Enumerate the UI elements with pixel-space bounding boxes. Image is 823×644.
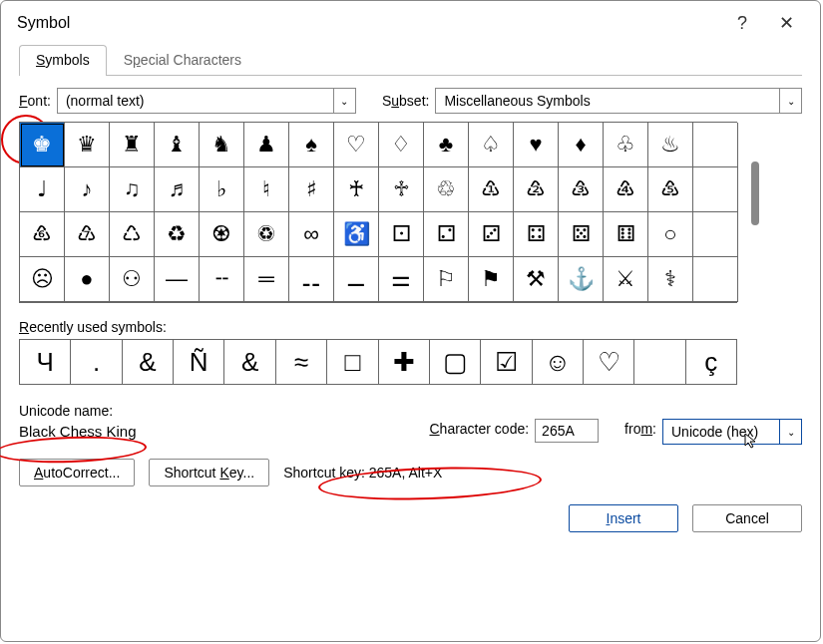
symbol-cell[interactable]: ⚒ [514, 257, 559, 302]
symbol-cell[interactable]: ♭ [200, 167, 244, 212]
subset-select[interactable]: Miscellaneous Symbols ⌄ [435, 88, 802, 114]
symbol-cell[interactable]: ♞ [200, 123, 244, 167]
char-code-input[interactable]: 265A [535, 419, 599, 443]
symbol-cell[interactable]: ⚀ [379, 212, 424, 257]
symbol-cell[interactable]: ♢ [379, 123, 424, 167]
autocorrect-button[interactable]: AutoCorrect... [19, 459, 135, 486]
symbol-cell[interactable]: ♠ [289, 123, 334, 167]
symbol-cell[interactable]: ♼ [200, 212, 244, 257]
close-button[interactable]: ✕ [764, 9, 808, 37]
symbol-cell[interactable]: ♧ [604, 123, 648, 167]
recent-cell[interactable]: ▢ [430, 340, 481, 384]
symbol-cell[interactable]: ♿ [334, 212, 379, 257]
recent-cell[interactable]: ✚ [379, 340, 430, 384]
symbol-cell[interactable]: ♛ [65, 123, 110, 167]
recent-cell[interactable]: & [123, 340, 174, 384]
recent-cell[interactable]: ☑ [481, 340, 532, 384]
font-select[interactable]: (normal text) ⌄ [57, 88, 356, 114]
recent-cell[interactable]: Ñ [174, 340, 224, 384]
recent-cell[interactable]: . [71, 340, 122, 384]
tab-symbols[interactable]: Symbols [19, 45, 107, 76]
symbol-cell[interactable]: ♥ [514, 123, 559, 167]
symbol-cell[interactable]: ♜ [110, 123, 155, 167]
symbol-cell[interactable]: ● [65, 257, 110, 302]
symbol-cell[interactable]: ♩ [20, 167, 65, 212]
symbol-cell[interactable]: ♣ [424, 123, 469, 167]
symbol-cell[interactable]: ♚ [20, 123, 65, 167]
symbol-cell[interactable]: ♨ [648, 123, 693, 167]
recent-cell[interactable]: ♡ [584, 340, 634, 384]
symbol-cell[interactable]: ╌ [200, 257, 244, 302]
symbol-cell[interactable]: ♷ [648, 167, 693, 212]
char-code-label: Character code: [429, 421, 529, 437]
symbol-cell[interactable]: ♝ [155, 123, 200, 167]
symbol-cell[interactable]: ♱ [379, 167, 424, 212]
symbol-cell[interactable]: ♮ [244, 167, 289, 212]
symbol-cell[interactable]: ☹ [20, 257, 65, 302]
symbol-cell[interactable]: ♻ [155, 212, 200, 257]
symbol-cell[interactable]: ♳ [469, 167, 514, 212]
recent-cell[interactable]: ç [686, 340, 736, 384]
tab-special-characters[interactable]: Special Characters [107, 45, 258, 76]
symbol-cell[interactable]: ♵ [559, 167, 604, 212]
symbol-cell[interactable] [693, 257, 738, 302]
symbol-cell[interactable] [693, 212, 738, 257]
symbol-cell[interactable]: ⚕ [648, 257, 693, 302]
symbol-cell[interactable]: ♹ [65, 212, 110, 257]
unicode-name: Black Chess King [19, 423, 268, 440]
shortcut-key-button[interactable]: Shortcut Key... [149, 459, 269, 486]
symbol-cell[interactable]: ♸ [20, 212, 65, 257]
symbol-cell[interactable]: ♲ [424, 167, 469, 212]
chevron-down-icon: ⌄ [333, 89, 355, 113]
symbol-cell[interactable]: ♦ [559, 123, 604, 167]
scrollbar-thumb[interactable] [751, 161, 759, 225]
symbol-cell[interactable]: ⚂ [469, 212, 514, 257]
symbol-cell[interactable]: ∞ [289, 212, 334, 257]
symbol-cell[interactable]: ♰ [334, 167, 379, 212]
recent-label: Recently used symbols: [19, 319, 167, 335]
symbol-cell[interactable]: ⚇ [110, 257, 155, 302]
symbol-cell[interactable] [693, 123, 738, 167]
symbol-cell[interactable]: ♽ [244, 212, 289, 257]
symbol-cell[interactable]: ♟ [244, 123, 289, 167]
symbol-cell[interactable]: ⚄ [559, 212, 604, 257]
symbol-cell[interactable]: ⚓ [559, 257, 604, 302]
help-button[interactable]: ? [720, 9, 764, 37]
cancel-button[interactable]: Cancel [692, 504, 802, 532]
recent-cell[interactable]: □ [327, 340, 378, 384]
from-select[interactable]: Unicode (hex) ⌄ [662, 419, 802, 445]
symbol-cell[interactable]: ♶ [604, 167, 648, 212]
symbol-cell[interactable]: ⚐ [424, 257, 469, 302]
symbol-cell[interactable]: ⚌ [379, 257, 424, 302]
symbol-cell[interactable]: ⚃ [514, 212, 559, 257]
symbol-cell[interactable]: ♬ [155, 167, 200, 212]
symbol-cell[interactable]: ♪ [65, 167, 110, 212]
symbol-cell[interactable]: ⚊ [334, 257, 379, 302]
symbol-cell[interactable]: ♤ [469, 123, 514, 167]
symbol-cell[interactable]: ⚔ [604, 257, 648, 302]
symbol-cell[interactable]: ♫ [110, 167, 155, 212]
symbol-cell[interactable]: ⚋ [289, 257, 334, 302]
recent-cell[interactable]: Ч [20, 340, 71, 384]
symbol-cell[interactable]: ♡ [334, 123, 379, 167]
symbol-cell[interactable]: ♺ [110, 212, 155, 257]
symbol-cell[interactable]: — [155, 257, 200, 302]
scrollbar[interactable] [737, 122, 773, 303]
symbol-cell[interactable] [693, 167, 738, 212]
recent-cell[interactable]: ☺ [533, 340, 584, 384]
font-label: Font: [19, 93, 51, 109]
recent-cell[interactable] [634, 340, 685, 384]
symbol-cell[interactable]: ○ [648, 212, 693, 257]
symbol-cell[interactable]: ♯ [289, 167, 334, 212]
dialog-title: Symbol [17, 14, 70, 32]
symbol-cell[interactable]: ⚁ [424, 212, 469, 257]
symbol-cell[interactable]: ♴ [514, 167, 559, 212]
insert-button[interactable]: Insert [569, 504, 678, 532]
recent-grid[interactable]: Ч.&Ñ&≈□✚▢☑☺♡ç [19, 339, 737, 385]
recent-cell[interactable]: & [224, 340, 275, 384]
symbol-cell[interactable]: ═ [244, 257, 289, 302]
symbol-cell[interactable]: ⚅ [604, 212, 648, 257]
symbol-cell[interactable]: ⚑ [469, 257, 514, 302]
symbol-grid[interactable]: ♚♛♜♝♞♟♠♡♢♣♤♥♦♧♨♩♪♫♬♭♮♯♰♱♲♳♴♵♶♷♸♹♺♻♼♽∞♿⚀⚁… [19, 122, 737, 303]
recent-cell[interactable]: ≈ [276, 340, 327, 384]
